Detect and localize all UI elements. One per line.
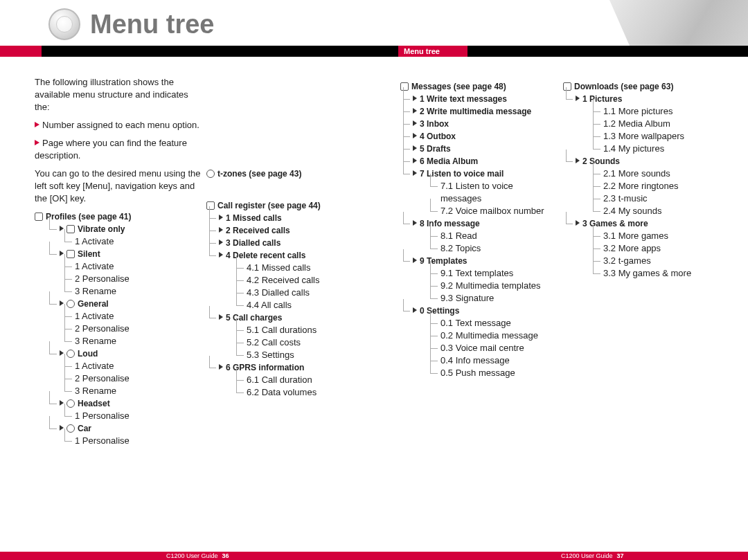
list-item: 1 Activate — [75, 235, 201, 248]
list-item: 4.2 Received calls — [247, 274, 366, 287]
list-item: 9.3 Signature — [440, 292, 563, 305]
downloads-icon — [563, 82, 571, 91]
arrow-icon — [60, 226, 64, 231]
list-item: 2.3 t-music — [603, 192, 715, 205]
list-item: 9.2 Multimedia templates — [440, 280, 563, 292]
list-item: 7.1 Listen to voice messages — [440, 180, 551, 205]
list-item: 1 Write text messages — [420, 94, 507, 104]
list-item: 0.3 Voice mail centre — [440, 342, 563, 354]
profile-car: Car — [78, 424, 91, 433]
list-item: 6 GPRS information — [226, 363, 304, 372]
arrow-icon — [35, 140, 39, 145]
list-item: 5 Call charges — [226, 313, 282, 323]
list-item: 2 Sounds — [582, 156, 620, 166]
header-accent-left — [0, 46, 42, 57]
car-icon — [66, 424, 75, 433]
list-item: 7.2 Voice mailbox number — [440, 205, 563, 217]
list-item: 3 Inbox — [420, 119, 449, 129]
arrow-icon — [576, 96, 580, 101]
list-item: 3 Rename — [75, 335, 201, 347]
list-item: 2 Personalise — [75, 372, 201, 385]
arrow-icon — [413, 170, 417, 176]
list-item: 2 Received calls — [226, 226, 290, 235]
list-item: 0 Settings — [420, 306, 459, 316]
intro-paragraph-1: The following illustration shows the ava… — [35, 76, 201, 114]
list-item: 4.3 Dialled calls — [247, 287, 366, 299]
profiles-tree: Profiles (see page 41) Vibrate only 1 Ac… — [35, 210, 201, 447]
list-item: 1 Missed calls — [226, 213, 282, 223]
list-item: 0.1 Text message — [440, 317, 563, 329]
footer-bar — [0, 552, 748, 560]
intro-bullet-1: Number assigned to each menu option. — [35, 119, 201, 132]
intro-bullet-2: Page where you can find the feature desc… — [35, 137, 201, 162]
list-item: 2 Personalise — [75, 323, 201, 335]
arrow-icon — [219, 314, 223, 320]
arrow-icon — [219, 227, 223, 233]
list-item: 1.1 More pictures — [603, 105, 715, 118]
list-item: 3 Rename — [75, 385, 201, 397]
list-item: 9 Templates — [420, 256, 467, 266]
arrow-icon — [60, 425, 64, 431]
list-item: 1 Personalise — [75, 435, 201, 447]
list-item: 1 Activate — [75, 310, 201, 323]
footer-right: C1200 User Guide37 — [561, 552, 624, 560]
list-item: 2.1 More sounds — [603, 168, 715, 180]
list-item: 3 Dialled calls — [226, 238, 280, 248]
arrow-icon — [413, 307, 417, 313]
messages-head: Messages (see page 48) — [400, 80, 563, 93]
list-item: 5.2 Call costs — [247, 336, 366, 349]
list-item: 2 Write multimedia message — [420, 107, 531, 116]
arrow-icon — [60, 350, 64, 356]
column-2: t-zones (see page 43) Call register (see… — [206, 76, 366, 447]
arrow-icon — [413, 120, 417, 126]
list-item: 4 Delete recent calls — [226, 251, 305, 260]
intro-paragraph-2: You can go to the desired menu using the… — [35, 168, 201, 205]
downloads-head: Downloads (see page 63) — [563, 80, 715, 93]
arrow-icon — [413, 220, 417, 226]
header-band — [0, 46, 748, 57]
list-item: 4.4 All calls — [247, 299, 366, 311]
headset-icon — [66, 399, 75, 408]
list-item: 3 Rename — [75, 285, 201, 298]
arrow-icon — [219, 252, 223, 258]
list-item: 9.1 Text templates — [440, 267, 563, 280]
list-item: 1 Activate — [75, 360, 201, 372]
arrow-icon — [413, 145, 417, 151]
dial-icon — [48, 8, 80, 40]
profile-loud: Loud — [78, 349, 98, 359]
column-1: The following illustration shows the ava… — [35, 76, 201, 447]
vibrate-icon — [66, 225, 75, 233]
list-item: 1.2 Media Album — [603, 118, 715, 130]
list-item: 3.2 More apps — [603, 242, 715, 255]
arrow-icon — [413, 258, 417, 263]
list-item: 6.1 Call duration — [247, 374, 366, 386]
profile-silent: Silent — [78, 249, 100, 259]
profile-general: General — [78, 299, 109, 309]
list-item: 8.1 Read — [440, 230, 563, 242]
profiles-icon — [35, 213, 43, 221]
list-item: 6.2 Data volumes — [247, 386, 366, 399]
list-item: 1 Pictures — [582, 94, 622, 104]
general-icon — [66, 300, 75, 308]
list-item: 4 Outbox — [420, 132, 456, 141]
list-item: 6 Media Album — [420, 156, 478, 166]
list-item: 3.1 More games — [603, 230, 715, 242]
list-item: 2 Personalise — [75, 273, 201, 285]
profiles-head: Profiles (see page 41) — [35, 210, 201, 223]
arrow-icon — [413, 108, 417, 114]
list-item: 0.4 Info message — [440, 354, 563, 367]
arrow-icon — [413, 96, 417, 101]
tzones-head: t-zones (see page 43) — [206, 168, 366, 180]
list-item: 5.3 Settings — [247, 349, 366, 361]
arrow-icon — [35, 122, 39, 127]
list-item: 4.1 Missed calls — [247, 262, 366, 274]
arrow-icon — [60, 251, 64, 256]
arrow-icon — [219, 364, 223, 370]
list-item: 3.2 t-games — [603, 255, 715, 267]
page-number-left: 36 — [222, 552, 229, 559]
silent-icon — [66, 250, 75, 258]
list-item: 1 Activate — [75, 260, 201, 273]
page-number-right: 37 — [617, 552, 624, 559]
callreg-head: Call register (see page 44) — [206, 199, 366, 212]
arrow-icon — [413, 133, 417, 138]
